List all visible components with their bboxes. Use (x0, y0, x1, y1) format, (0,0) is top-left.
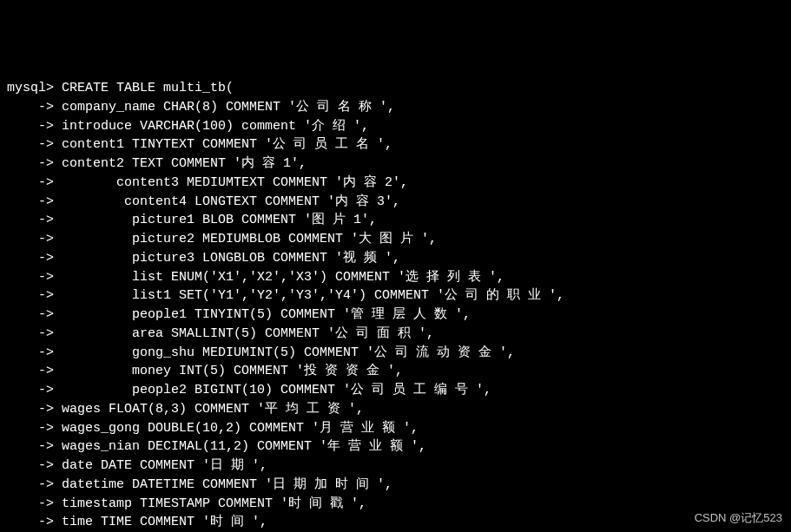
terminal-line: -> date DATE COMMENT '日 期 ', (7, 456, 784, 476)
terminal-line: -> content2 TEXT COMMENT '内 容 1', (7, 154, 784, 174)
terminal-line: -> people2 BIGINT(10) COMMENT '公 司 员 工 编… (7, 381, 784, 400)
watermark-text: CSDN @记忆523 (695, 510, 782, 527)
terminal-line: -> picture1 BLOB COMMENT '图 片 1', (7, 211, 784, 230)
terminal-line: -> datetime DATETIME COMMENT '日 期 加 时 间 … (7, 476, 784, 495)
terminal-line: mysql> CREATE TABLE multi_tb( (7, 79, 784, 98)
terminal-line: -> area SMALLINT(5) COMMENT '公 司 面 积 ', (7, 325, 784, 344)
terminal-line: -> picture2 MEDIUMBLOB COMMENT '大 图 片 ', (7, 230, 784, 249)
terminal-line: -> wages FLOAT(8,3) COMMENT '平 均 工 资 ', (7, 400, 784, 419)
terminal-line: -> time TIME COMMENT '时 间 ', (7, 513, 784, 532)
terminal-line: -> list1 SET('Y1','Y2','Y3','Y4') COMMEN… (7, 286, 784, 305)
terminal-output: mysql> CREATE TABLE multi_tb( -> company… (7, 79, 784, 532)
terminal-line: -> money INT(5) COMMENT '投 资 资 金 ', (7, 362, 784, 381)
terminal-line: -> people1 TINYINT(5) COMMENT '管 理 层 人 数… (7, 305, 784, 325)
terminal-line: -> content4 LONGTEXT COMMENT '内 容 3', (7, 193, 784, 212)
terminal-line: -> gong_shu MEDIUMINT(5) COMMENT '公 司 流 … (7, 344, 784, 363)
terminal-line: -> picture3 LONGBLOB COMMENT '视 频 ', (7, 249, 784, 268)
terminal-line: -> timestamp TIMESTAMP COMMENT '时 间 戳 ', (7, 495, 784, 514)
terminal-line: -> wages_nian DECIMAL(11,2) COMMENT '年 营… (7, 437, 784, 456)
terminal-line: -> list ENUM('X1','X2','X3') COMMENT '选 … (7, 268, 784, 287)
terminal-line: -> content1 TINYTEXT COMMENT '公 司 员 工 名 … (7, 135, 784, 154)
terminal-line: -> wages_gong DOUBLE(10,2) COMMENT '月 营 … (7, 419, 784, 438)
terminal-line: -> company_name CHAR(8) COMMENT '公 司 名 称… (7, 98, 784, 117)
terminal-line: -> content3 MEDIUMTEXT COMMENT '内 容 2', (7, 174, 784, 193)
terminal-line: -> introduce VARCHAR(100) comment '介 绍 '… (7, 117, 784, 136)
